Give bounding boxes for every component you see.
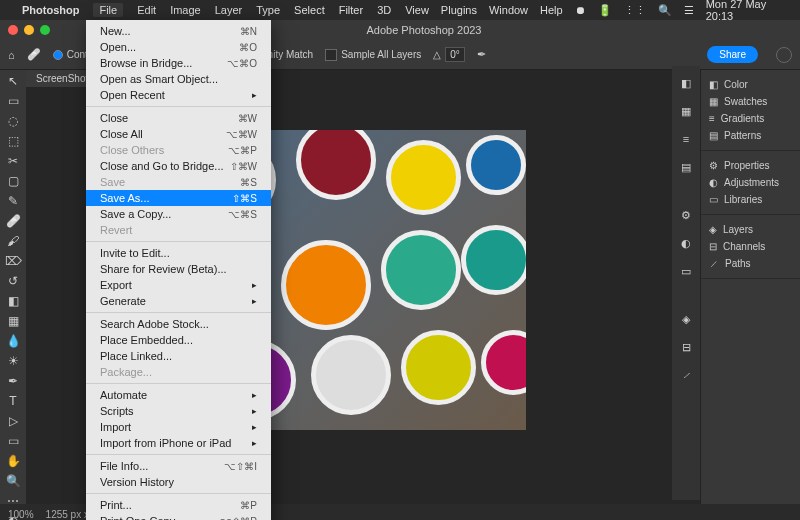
dodge-tool[interactable]: ☀ [3, 354, 23, 368]
marquee-tool[interactable]: ▭ [3, 94, 23, 108]
menubar-plugins[interactable]: Plugins [441, 4, 477, 16]
file-menu-save-as[interactable]: Save As...⇧⌘S [86, 190, 271, 206]
home-icon[interactable]: ⌂ [8, 49, 15, 61]
healing-tool[interactable]: 🩹 [3, 214, 23, 228]
menubar-app-name[interactable]: Photoshop [22, 4, 79, 16]
file-menu-open-as-smart-object[interactable]: Open as Smart Object... [86, 71, 271, 87]
gradients-panel-icon[interactable]: ≡ [677, 130, 695, 148]
panel-adjustments[interactable]: ◐Adjustments [709, 174, 792, 191]
file-menu-automate[interactable]: Automate▸ [86, 387, 271, 403]
channels-panel-icon[interactable]: ⊟ [677, 338, 695, 356]
file-menu-generate[interactable]: Generate▸ [86, 293, 271, 309]
minimize-window-button[interactable] [24, 25, 34, 35]
frame-tool[interactable]: ▢ [3, 174, 23, 188]
menubar-datetime[interactable]: Mon 27 May 20:13 [706, 0, 792, 22]
file-menu-file-info[interactable]: File Info...⌥⇧⌘I [86, 458, 271, 474]
panel-paths[interactable]: ⟋Paths [709, 255, 792, 272]
right-panels: ◧Color ▦Swatches ≡Gradients ▤Patterns ⚙P… [700, 70, 800, 504]
file-menu-print-one-copy[interactable]: Print One Copy⌥⇧⌘P [86, 513, 271, 520]
menubar-view[interactable]: View [405, 4, 429, 16]
sample-all-layers-checkbox[interactable] [325, 49, 337, 61]
menubar-layer[interactable]: Layer [215, 4, 243, 16]
properties-panel-icon[interactable]: ⚙ [677, 206, 695, 224]
file-menu-open-recent[interactable]: Open Recent▸ [86, 87, 271, 103]
file-menu-close-and-go-to-bridge[interactable]: Close and Go to Bridge...⇧⌘W [86, 158, 271, 174]
menubar-edit[interactable]: Edit [137, 4, 156, 16]
file-menu-scripts[interactable]: Scripts▸ [86, 403, 271, 419]
properties-icon: ⚙ [709, 160, 718, 171]
battery-icon[interactable]: 🔋 [598, 4, 612, 17]
brush-tool[interactable]: 🖌 [3, 234, 23, 248]
screen-record-icon[interactable]: ⏺ [575, 4, 586, 16]
control-center-icon[interactable]: ☰ [684, 4, 694, 17]
panel-channels[interactable]: ⊟Channels [709, 238, 792, 255]
gradient-tool[interactable]: ▦ [3, 314, 23, 328]
pressure-icon[interactable]: ✒ [477, 48, 486, 61]
panel-libraries[interactable]: ▭Libraries [709, 191, 792, 208]
share-button[interactable]: Share [707, 46, 758, 63]
menubar-image[interactable]: Image [170, 4, 201, 16]
lasso-tool[interactable]: ◌ [3, 114, 23, 128]
file-menu-close-all[interactable]: Close All⌥⌘W [86, 126, 271, 142]
angle-input[interactable]: 0° [445, 47, 465, 62]
shape-tool[interactable]: ▭ [3, 434, 23, 448]
type-tool[interactable]: T [3, 394, 23, 408]
menubar-type[interactable]: Type [256, 4, 280, 16]
swatches-panel-icon[interactable]: ▦ [677, 102, 695, 120]
panel-gradients[interactable]: ≡Gradients [709, 110, 792, 127]
menubar-file[interactable]: File [93, 3, 123, 17]
menubar-window[interactable]: Window [489, 4, 528, 16]
path-tool[interactable]: ▷ [3, 414, 23, 428]
menubar-3d[interactable]: 3D [377, 4, 391, 16]
zoom-tool[interactable]: 🔍 [3, 474, 23, 488]
eraser-tool[interactable]: ◧ [3, 294, 23, 308]
search-button[interactable] [776, 47, 792, 63]
libraries-panel-icon[interactable]: ▭ [677, 262, 695, 280]
panel-color[interactable]: ◧Color [709, 76, 792, 93]
clone-tool[interactable]: ⌦ [3, 254, 23, 268]
panel-layers[interactable]: ◈Layers [709, 221, 792, 238]
file-menu-export[interactable]: Export▸ [86, 277, 271, 293]
file-menu-search-adobe-stock[interactable]: Search Adobe Stock... [86, 316, 271, 332]
layers-panel-icon[interactable]: ◈ [677, 310, 695, 328]
file-menu-save-a-copy[interactable]: Save a Copy...⌥⌘S [86, 206, 271, 222]
paths-panel-icon[interactable]: ⟋ [677, 366, 695, 384]
file-menu-import[interactable]: Import▸ [86, 419, 271, 435]
edit-toolbar[interactable]: ⋯ [3, 494, 23, 508]
patterns-panel-icon[interactable]: ▤ [677, 158, 695, 176]
file-menu-new[interactable]: New...⌘N [86, 23, 271, 39]
tool-preset-icon[interactable]: 🩹 [27, 48, 41, 61]
blur-tool[interactable]: 💧 [3, 334, 23, 348]
close-window-button[interactable] [8, 25, 18, 35]
fullscreen-window-button[interactable] [40, 25, 50, 35]
history-brush-tool[interactable]: ↺ [3, 274, 23, 288]
spotlight-icon[interactable]: 🔍 [658, 4, 672, 17]
adjustments-panel-icon[interactable]: ◐ [677, 234, 695, 252]
file-menu-share-for-review-beta[interactable]: Share for Review (Beta)... [86, 261, 271, 277]
menubar-help[interactable]: Help [540, 4, 563, 16]
menubar-filter[interactable]: Filter [339, 4, 363, 16]
file-menu-browse-in-bridge[interactable]: Browse in Bridge...⌥⌘O [86, 55, 271, 71]
file-menu-version-history[interactable]: Version History [86, 474, 271, 490]
wifi-icon[interactable]: ⋮⋮ [624, 4, 646, 17]
hand-tool[interactable]: ✋ [3, 454, 23, 468]
menubar-select[interactable]: Select [294, 4, 325, 16]
file-menu-import-from-iphone-or-ipad[interactable]: Import from iPhone or iPad▸ [86, 435, 271, 451]
file-menu-print[interactable]: Print...⌘P [86, 497, 271, 513]
panel-patterns[interactable]: ▤Patterns [709, 127, 792, 144]
move-tool[interactable]: ↖ [3, 74, 23, 88]
crop-tool[interactable]: ✂ [3, 154, 23, 168]
file-menu-close[interactable]: Close⌘W [86, 110, 271, 126]
panel-swatches[interactable]: ▦Swatches [709, 93, 792, 110]
menu-separator [86, 241, 271, 242]
pen-tool[interactable]: ✒ [3, 374, 23, 388]
color-panel-icon[interactable]: ◧ [677, 74, 695, 92]
object-select-tool[interactable]: ⬚ [3, 134, 23, 148]
file-menu-invite-to-edit[interactable]: Invite to Edit... [86, 245, 271, 261]
file-menu-open[interactable]: Open...⌘O [86, 39, 271, 55]
panel-properties[interactable]: ⚙Properties [709, 157, 792, 174]
eyedropper-tool[interactable]: ✎ [3, 194, 23, 208]
file-menu-place-linked[interactable]: Place Linked... [86, 348, 271, 364]
zoom-level[interactable]: 100% [8, 509, 34, 520]
file-menu-place-embedded[interactable]: Place Embedded... [86, 332, 271, 348]
